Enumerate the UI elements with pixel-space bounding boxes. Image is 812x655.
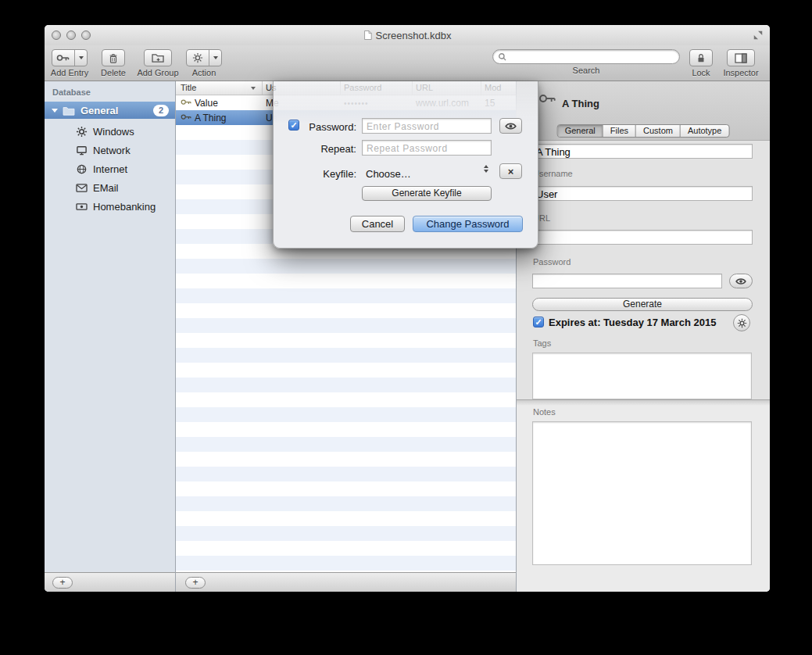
cancel-button[interactable]: Cancel <box>350 216 405 232</box>
inspector-panel-icon <box>735 53 747 63</box>
gear-icon <box>76 126 88 138</box>
sidebar-item-homebanking[interactable]: Homebanking <box>45 197 175 216</box>
sidebar-item-internet[interactable]: Internet <box>45 159 175 178</box>
column-header-title[interactable]: Title <box>181 83 196 92</box>
keyfile-popup[interactable]: Choose… <box>366 168 411 180</box>
chevron-down-icon[interactable] <box>75 56 87 59</box>
sort-descending-icon <box>251 87 256 90</box>
empty-row <box>176 556 516 571</box>
title-input[interactable] <box>533 145 752 159</box>
password-input[interactable] <box>363 120 491 134</box>
folder-plus-icon <box>152 52 165 63</box>
tab-autotype[interactable]: Autotype <box>681 125 728 137</box>
sidebar-item-label: Internet <box>93 163 127 175</box>
globe-icon <box>76 163 88 175</box>
add-group-button[interactable] <box>144 49 172 66</box>
titlebar: Screenshot.kdbx <box>45 25 770 45</box>
expires-checkbox[interactable]: ✓ <box>533 317 544 328</box>
lock-icon <box>696 52 706 64</box>
empty-row <box>176 511 516 526</box>
add-group-plus-button[interactable]: + <box>52 577 73 589</box>
password-input[interactable] <box>533 275 721 288</box>
inspector-entry-title: A Thing <box>562 98 599 109</box>
inspector-tabs: General Files Custom Autotype <box>557 124 730 138</box>
url-input[interactable] <box>533 231 752 245</box>
gear-icon <box>737 318 747 328</box>
inspector-group: Inspector <box>718 49 764 77</box>
empty-row <box>176 496 516 511</box>
search-label: Search <box>573 66 600 75</box>
chevron-down-icon[interactable] <box>209 56 221 59</box>
sidebar-bottombar: + <box>45 572 175 592</box>
username-input[interactable] <box>533 188 752 201</box>
password-label: Password <box>533 257 571 267</box>
delete-group: Delete <box>95 49 132 77</box>
empty-row <box>176 333 516 348</box>
sidebar-item-network[interactable]: Network <box>45 141 175 159</box>
lock-group: Lock <box>684 49 718 77</box>
folder-icon <box>63 106 75 116</box>
clear-keyfile-button[interactable]: × <box>499 163 522 179</box>
entry-title: Value <box>195 98 218 109</box>
key-icon <box>181 113 192 123</box>
envelope-icon <box>76 183 88 193</box>
search-input[interactable] <box>510 51 674 63</box>
lock-button[interactable] <box>689 49 713 66</box>
reveal-password-button[interactable] <box>729 274 753 288</box>
disclosure-triangle-icon[interactable] <box>52 109 58 113</box>
sidebar-group-general[interactable]: General 2 <box>45 102 175 119</box>
empty-row <box>176 481 516 496</box>
reveal-password-button[interactable] <box>499 118 522 134</box>
sidebar-item-label: Homebanking <box>93 201 156 213</box>
repeat-field[interactable] <box>362 140 492 156</box>
delete-button[interactable] <box>102 49 125 66</box>
password-checkbox[interactable]: ✓ <box>288 120 299 131</box>
inspector-button[interactable] <box>727 49 755 66</box>
empty-row <box>176 467 516 481</box>
add-entry-button[interactable] <box>52 49 88 66</box>
password-field[interactable] <box>362 118 492 134</box>
sidebar-item-label: Network <box>93 145 131 156</box>
add-entry-plus-button[interactable]: + <box>185 577 206 589</box>
empty-row <box>176 274 516 288</box>
password-label: Password: <box>302 121 356 133</box>
action-label: Action <box>192 68 216 77</box>
tab-files[interactable]: Files <box>603 125 636 137</box>
tab-general[interactable]: General <box>558 125 603 137</box>
empty-row <box>176 526 516 541</box>
username-field[interactable] <box>532 186 753 201</box>
expires-gear-button[interactable] <box>733 314 750 331</box>
fullscreen-icon[interactable] <box>753 30 764 41</box>
window-title: Screenshot.kdbx <box>45 25 770 45</box>
action-button[interactable] <box>186 49 222 66</box>
sidebar-item-windows[interactable]: Windows <box>45 122 175 141</box>
generate-keyfile-button[interactable]: Generate Keyfile <box>362 186 492 201</box>
section-divider <box>517 399 770 406</box>
empty-row <box>176 541 516 556</box>
inspector-panel: A Thing General Files Custom Autotype Us… <box>517 81 770 592</box>
action-group: Action <box>184 49 224 77</box>
stepper-icon[interactable] <box>484 165 488 173</box>
tab-custom[interactable]: Custom <box>636 125 681 137</box>
tags-label: Tags <box>533 338 551 348</box>
empty-row <box>176 392 516 407</box>
inspector-label: Inspector <box>723 68 758 77</box>
tags-box[interactable] <box>532 353 752 399</box>
sidebar-section-header: Database <box>52 88 91 97</box>
title-field[interactable] <box>532 144 753 159</box>
repeat-input[interactable] <box>363 141 491 156</box>
generate-password-button[interactable]: Generate <box>532 298 753 311</box>
eye-icon <box>735 277 746 285</box>
search-field[interactable] <box>492 49 680 64</box>
entry-title: A Thing <box>195 113 226 123</box>
inspector-header: A Thing General Files Custom Autotype <box>517 81 770 141</box>
column-divider[interactable] <box>262 81 263 95</box>
url-field[interactable] <box>532 230 753 245</box>
lock-label: Lock <box>692 68 710 77</box>
banknote-icon <box>76 202 88 212</box>
password-field[interactable] <box>532 274 722 288</box>
sidebar-item-email[interactable]: EMail <box>45 178 175 197</box>
notes-box[interactable] <box>532 421 752 565</box>
group-count-badge: 2 <box>153 105 169 116</box>
change-password-button[interactable]: Change Password <box>413 216 523 232</box>
